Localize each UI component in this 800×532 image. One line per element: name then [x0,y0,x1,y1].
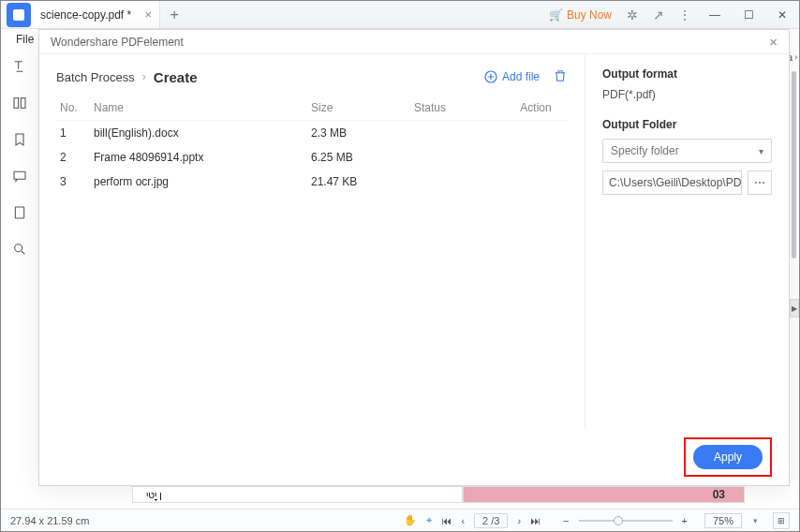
zoom-percent[interactable]: 75% [704,513,742,528]
col-status: Status [414,101,508,114]
output-format-value: PDF(*.pdf) [602,88,772,101]
output-options-pane: Output format PDF(*.pdf) Output Folder S… [585,54,789,429]
output-folder-label: Output Folder [602,118,772,131]
table-row[interactable]: 3perform ocr.jpg21.47 KB [56,170,568,194]
cell-size: 2.3 MB [311,126,414,140]
statusbar: 27.94 x 21.59 cm ✋ ⌖ ⏮ ‹ 2 /3 › ⏭ − + 75… [1,509,799,531]
col-size: Size [311,101,414,114]
vertical-scrollbar[interactable] [792,71,796,486]
thumbnails-icon[interactable] [12,96,27,113]
apply-highlight: Apply [684,437,772,477]
cart-icon: 🛒 [549,8,563,22]
output-format-label: Output format [602,67,772,81]
prev-page-icon[interactable]: ‹ [461,515,465,526]
cell-status [414,175,508,188]
svg-point-4 [15,244,22,252]
breadcrumb-current: Create [154,69,198,85]
output-path-field[interactable]: C:\Users\Geili\Desktop\PDFelement\Cr [602,170,742,195]
tab-label: science-copy.pdf * [40,8,131,22]
page-dimensions: 27.94 x 21.59 cm [10,515,89,526]
file-table-body: 1bill(English).docx2.3 MB2Frame 48096914… [56,121,568,194]
new-tab-button[interactable]: + [160,7,188,23]
cell-status [414,151,508,164]
left-toolbar [1,50,38,509]
table-row[interactable]: 1bill(English).docx2.3 MB [56,121,568,145]
delete-icon[interactable] [553,68,568,86]
page-nav: ✋ ⌖ ⏮ ‹ 2 /3 › ⏭ [404,513,541,528]
svg-rect-2 [14,171,25,179]
window-maximize[interactable]: ☐ [732,8,765,22]
bookmark-icon[interactable] [12,132,27,150]
svg-rect-0 [14,98,19,109]
breadcrumb: Batch Process › Create Add file [56,62,568,92]
col-no: No. [60,101,94,114]
bg-right-number: 03 [713,488,725,501]
cell-no: 3 [60,175,94,188]
menu-file[interactable]: File [16,33,34,46]
close-tab-icon[interactable]: × [145,7,153,22]
cell-no: 1 [60,126,94,140]
apply-button[interactable]: Apply [693,445,763,469]
cell-action [508,151,564,164]
background-document-strip: ן יָטי 03 [132,486,745,503]
chevron-down-icon: ▾ [759,146,763,156]
comment-icon[interactable] [12,169,27,186]
batch-create-dialog: Wondershare PDFelement × Batch Process ›… [38,29,790,486]
select-tool-icon[interactable]: ⌖ [426,514,432,526]
cell-action [508,175,564,188]
attachment-icon[interactable] [12,205,27,223]
cell-size: 6.25 MB [311,151,414,164]
chevron-right-icon: › [142,70,146,83]
hand-tool-icon[interactable]: ✋ [404,514,417,526]
window-minimize[interactable]: — [698,8,732,22]
notification-icon[interactable]: ✲ [619,7,645,22]
svg-rect-1 [21,98,25,109]
zoom-out-icon[interactable]: − [563,515,569,526]
text-select-tool-icon[interactable] [12,59,27,77]
output-folder-dropdown[interactable]: Specify folder ▾ [602,139,772,163]
first-page-icon[interactable]: ⏮ [441,515,452,526]
add-file-button[interactable]: Add file [483,69,540,84]
cell-size: 21.47 KB [311,175,414,188]
bg-left-text: ן יָטי [146,489,162,501]
cell-action [508,126,564,140]
zoom-slider[interactable] [579,520,673,522]
cell-name: bill(English).docx [94,126,311,140]
fit-page-icon[interactable]: ⊞ [773,512,790,529]
table-row[interactable]: 2Frame 48096914.pptx6.25 MB [56,145,568,170]
browse-folder-button[interactable]: ⋯ [748,170,772,195]
dialog-title: Wondershare PDFelement [51,36,184,49]
page-indicator[interactable]: 2 /3 [474,513,508,528]
cell-no: 2 [60,151,94,164]
share-icon[interactable]: ↗ [645,7,672,22]
buy-now-link[interactable]: 🛒 Buy Now [541,8,619,22]
more-icon[interactable]: ⋮ [672,7,698,22]
cell-name: perform ocr.jpg [94,175,311,188]
next-page-icon[interactable]: › [517,515,521,526]
svg-rect-3 [15,207,23,218]
zoom-controls: − + 75% ▾ ⊞ [563,512,790,529]
expand-panel-icon[interactable]: ▶ [790,299,799,318]
zoom-in-icon[interactable]: + [682,515,688,526]
col-name: Name [94,101,311,114]
output-path-value: C:\Users\Geili\Desktop\PDFelement\Cr [609,176,742,189]
app-logo [7,3,31,27]
dialog-titlebar: Wondershare PDFelement × [39,30,789,54]
col-action: Action [508,101,564,114]
breadcrumb-prev[interactable]: Batch Process [56,70,135,84]
cell-status [414,126,508,140]
add-file-label: Add file [502,70,540,83]
last-page-icon[interactable]: ⏭ [530,515,541,526]
zoom-caret-icon[interactable]: ▾ [753,516,758,525]
dialog-close-icon[interactable]: × [769,34,778,50]
document-tab[interactable]: science-copy.pdf * × [31,1,160,28]
dropdown-placeholder: Specify folder [611,144,679,157]
window-close[interactable]: ✕ [765,8,799,22]
dialog-footer: Apply [39,429,789,485]
buy-now-label: Buy Now [567,8,612,22]
file-table-head: No. Name Size Status Action [56,96,568,121]
titlebar: science-copy.pdf * × + 🛒 Buy Now ✲ ↗ ⋮ —… [1,1,799,29]
search-icon[interactable] [12,242,27,259]
cell-name: Frame 48096914.pptx [94,151,311,164]
